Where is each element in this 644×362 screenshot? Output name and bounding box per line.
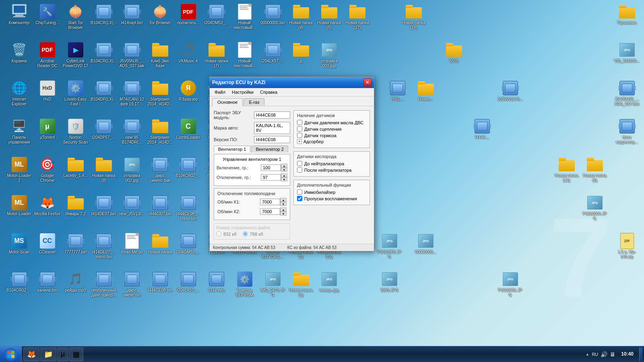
k2-spin-down[interactable]: ▼ <box>280 212 287 216</box>
menu-help[interactable]: Справка <box>257 89 281 95</box>
oxygen2-check[interactable] <box>297 167 302 173</box>
otkl-spin-up[interactable]: ▲ <box>281 173 287 177</box>
sensor3-check[interactable] <box>297 133 302 138</box>
tab-main[interactable]: Основное <box>212 98 243 106</box>
sensor1-check[interactable] <box>297 120 302 125</box>
desktop-icon-7777777[interactable]: 7777777.bin <box>60 231 91 256</box>
desktop-icon-novaya-r[interactable]: Новая папка <box>145 231 175 256</box>
desktop-icon-novaya17[interactable]: Новая папка (17) <box>342 2 372 32</box>
desktop-icon-yanvar-jpg[interactable]: JPG январь.jpg <box>314 269 344 294</box>
desktop-icon-i444ce08b[interactable]: I444CE08.bin <box>145 269 175 294</box>
otkl-input[interactable] <box>261 174 281 181</box>
desktop-icon-b104cr02b[interactable]: B104CR02_... <box>4 269 34 294</box>
desktop-icon-novyi-tekst2[interactable]: Новый текстовый... <box>229 40 260 70</box>
desktop-icon-9999jpg[interactable]: JPG 9999.JPG <box>374 269 405 294</box>
menu-settings[interactable]: Настройки <box>229 89 257 95</box>
k2-spin-up[interactable]: ▲ <box>280 208 287 212</box>
desktop-icon-start-tor[interactable]: 🧅 Start Tor Browser <box>60 2 91 32</box>
dialog-titlebar[interactable]: Редактор ECU by KAZI ✕ <box>210 77 374 88</box>
desktop-icon-computer[interactable]: Компьютер <box>4 2 34 27</box>
desktop-icon-b104cr02[interactable]: B104CR02_... <box>173 155 203 180</box>
vkl-spin-up[interactable]: ▲ <box>281 164 287 168</box>
desktop-icon-startpower2[interactable]: Startpower 2014_I414D... <box>145 117 175 146</box>
desktop-icon-norton[interactable]: 🛡️ Norton Security Scan <box>60 117 91 146</box>
desktop-icon-p1010001[interactable]: JPG P1010001.JPG <box>495 269 525 299</box>
desktop-icon-dmre-sin[interactable]: дмрс синенс.bak <box>145 155 175 185</box>
sensor2-check[interactable] <box>297 126 302 132</box>
desktop-icon-new95[interactable]: new 95 B174DR(... <box>117 117 147 146</box>
desktop-icon-dmrv[interactable]: dmrv корректор... <box>612 117 642 146</box>
tab-egas[interactable]: E-газ <box>244 98 264 106</box>
desktop-icon-p1010005[interactable]: JPG P1010005.JPG <box>374 231 405 261</box>
desktop-icon-ie[interactable]: 🌐 Internet Explorer <box>4 78 34 108</box>
tray-network-icon[interactable]: 🖥 <box>610 351 615 358</box>
desktop-icon-novaya13[interactable]: Новая папка (13) <box>551 155 582 185</box>
desktop-icon-i204lx57[interactable]: I204LX57_... <box>258 40 288 65</box>
desktop-icon-novaya-x[interactable]: Новая... <box>411 78 441 103</box>
desktop-icon-vkmusic4[interactable]: 🎵 VKMusic 4 <box>173 40 203 65</box>
desktop-icon-i204dm53b[interactable]: I204DM53_... <box>173 231 203 256</box>
desktop-icon-novaya4[interactable]: Новая папка (4) <box>286 2 316 32</box>
taskbar-tasks[interactable]: ▦ <box>69 348 83 361</box>
desktop-icon-j5v05n35[interactable]: J5V05N35_... ADS_037.bak <box>117 40 147 70</box>
desktop-icon-neobuchenyi[interactable]: необученный данп приор... <box>89 269 119 299</box>
desktop-icon-cyberlink[interactable]: ▶ CyberLink PowerDVD 17 <box>60 40 91 70</box>
desktop-icon-j5v05n35b[interactable]: J5V05N35_... ADS_037.bak <box>612 78 642 108</box>
desktop-icon-mozilla[interactable]: 🦊 Mozilla Firefox <box>32 193 62 218</box>
desktop-icon-m74can[interactable]: M74(CAN) 12 фев 15 17 ... <box>117 78 147 108</box>
desktop-icon-i204dm53[interactable]: I204DM53_... <box>201 2 231 27</box>
desktop-icon-ccleaner[interactable]: CC CCleaner <box>32 231 62 256</box>
desktop-icon-combiloader[interactable]: C CombiLoader <box>173 117 203 142</box>
desktop-icon-reidy[interactable]: 🎵 рейды.mp3 <box>60 269 91 294</box>
obmin-k2-input[interactable] <box>260 208 280 215</box>
desktop-icon-1-5a-mp140[interactable]: ZIP 1.5 а. Mp-140.zip <box>612 231 642 261</box>
desktop-icon-b104cr-lx2[interactable]: B104CR(LX)... <box>89 40 119 65</box>
desktop-icon-i414de07b[interactable]: I414DE07_... Immo.bin <box>89 231 119 261</box>
desktop-icon-s555[interactable]: S555 <box>439 40 469 65</box>
desktop-icon-readmetxt[interactable]: Read Me.txt <box>117 231 147 256</box>
fan-tab-2[interactable]: Вентилятор 2 <box>251 146 288 152</box>
desktop-icon-novaya6[interactable]: Новая папка (6) <box>286 269 316 299</box>
desktop-icon-yanvar72[interactable]: Январь 7.2 <box>60 193 91 218</box>
desktop-icon-prochitat[interactable]: PDF прочитать... <box>173 2 203 27</box>
desktop-icon-i444ce08[interactable]: I444CE08_... Immo.bin <box>173 193 203 223</box>
desktop-icon-new-j5v13[interactable]: new_J5V13I... <box>117 193 147 218</box>
desktop-icon-acrobat[interactable]: PDF Acrobat Reader DC <box>32 40 62 70</box>
desktop-icon-i444ci07[interactable]: I444CI07.bin <box>145 193 175 218</box>
desktop-icon-otpravka002[interactable]: JPG отправка 002.jpg <box>117 155 147 185</box>
desktop-icon-yabr[interactable]: Я Я.Браузер <box>173 78 203 103</box>
desktop-icon-klib-ekz[interactable]: Клиб Экю Кази <box>145 40 175 70</box>
oxygen1-check[interactable] <box>297 161 302 166</box>
taskbar-utorrent[interactable]: µ <box>57 348 68 361</box>
vkl-spin-down[interactable]: ▼ <box>281 168 287 172</box>
desktop-icon-dmre-sin2[interactable]: дмрс оменс.bin <box>117 269 147 299</box>
start-button[interactable] <box>0 346 22 362</box>
desktop-icon-vid2018[interactable]: JPG VID_20180З... <box>612 40 642 65</box>
desktop-icon-p1010004[interactable]: JPG P1010004.JPG <box>580 193 610 223</box>
dialog-close-button[interactable]: ✕ <box>363 78 372 86</box>
desktop-icon-otpravka001[interactable]: JPG отправка 001.jpg <box>314 40 344 70</box>
desktop-icon-proshivki[interactable]: Прошивки <box>612 2 642 27</box>
obmin-k1-input[interactable] <box>260 199 280 205</box>
desktop-icon-i444c[interactable]: I444C... <box>467 117 497 142</box>
desktop-icon-i414de07[interactable]: I414DE07.bin <box>89 193 119 218</box>
desktop-icon-novyi-tekst[interactable]: Новый текстовый... <box>229 2 260 32</box>
desktop-icon-lovato[interactable]: ⚙️ Lovato Easy Fast I <box>60 78 91 108</box>
tray-arrow[interactable]: ▲ <box>586 352 590 356</box>
otkl-spin-down[interactable]: ▼ <box>281 177 287 181</box>
desktop-icon-i204lx57b[interactable]: I204LX57_... <box>173 269 203 294</box>
desktop-icon-2114eep[interactable]: 2114.eep <box>201 269 231 294</box>
desktop-icon-tor-browser[interactable]: 🧅 Tor Browser <box>145 2 175 27</box>
fan-tab-1[interactable]: Вентилятор 1 <box>214 146 250 152</box>
desktop-icon-novaya7[interactable]: Новая папка (7) <box>201 40 231 70</box>
menu-file[interactable]: Файл <box>211 89 229 95</box>
desktop-icon-lacetty[interactable]: Lacetty_1.4... <box>60 155 91 180</box>
desktop-icon-chiptuning[interactable]: 🔧 ChipTuning... <box>32 2 62 27</box>
desktop-icon-b104dp-lx[interactable]: B104DP(LX)... <box>89 78 119 103</box>
desktop-icon-utorrent[interactable]: µ µTorrent <box>32 117 62 142</box>
desktop-icon-panel-upr[interactable]: 🖥️ Панель управления <box>4 117 34 146</box>
clock[interactable]: 10:40 <box>618 351 637 358</box>
desktop-icon-google-chrome[interactable]: 🎯 Google Chrome <box>32 155 62 185</box>
size-832-radio[interactable] <box>216 231 221 237</box>
taskbar-explorer[interactable]: 📁 <box>40 348 56 361</box>
